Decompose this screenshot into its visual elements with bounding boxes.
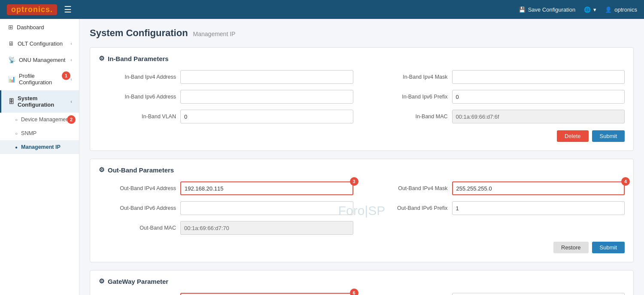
save-config-label: Save Configuration <box>528 6 576 13</box>
in-band-ipv4-address-label: In-Band Ipv4 Address <box>99 74 176 80</box>
out-band-ipv6-prefix-input[interactable] <box>452 201 625 215</box>
out-band-ipv4-mask-input[interactable] <box>452 181 625 195</box>
page-header: System Configuration Management IP <box>90 28 634 39</box>
in-band-ipv4-mask-input[interactable] <box>452 70 625 84</box>
badge-3: 3 <box>350 177 358 186</box>
in-band-button-row: Delete Submit <box>99 130 625 142</box>
in-band-ipv6-address-input[interactable] <box>180 90 353 104</box>
dashboard-icon: ⊞ <box>8 24 13 31</box>
circle-icon: ○ <box>15 131 18 136</box>
language-selector[interactable]: 🌐 ▾ <box>584 6 596 13</box>
sidebar-item-label: ONU Management <box>19 57 65 63</box>
in-band-ipv4-address-input[interactable] <box>180 70 353 84</box>
out-band-ipv6-prefix-row: Out-Band IPv6 Prefix <box>371 201 625 215</box>
page-title: System Configuration <box>90 28 188 39</box>
gateway-title: GateWay Parameter <box>108 278 168 285</box>
out-band-ipv4-mask-label: Out-Band IPv4 Mask <box>371 185 448 191</box>
logo-text: ptronics. <box>16 5 53 14</box>
globe-icon: 🌐 <box>584 6 591 13</box>
ipv6-gateway-row: IPv6 GateWay <box>371 293 625 295</box>
badge-6: 6 <box>350 289 358 295</box>
chevron-right-icon: ‹ <box>70 41 72 46</box>
in-band-ipv6-prefix-input[interactable] <box>452 90 625 104</box>
out-band-ipv6-address-row: Out-Band IPv6 Address <box>99 201 353 215</box>
gateway-icon: ⚙ <box>99 277 104 285</box>
chevron-left-icon: ‹ <box>70 99 72 104</box>
main-content: System Configuration Management IP ⚙ In-… <box>79 19 644 295</box>
sidebar-item-label: System Configuration <box>18 95 67 108</box>
out-band-submit-button[interactable]: Submit <box>592 242 625 253</box>
in-band-icon: ⚙ <box>99 55 104 62</box>
in-band-ipv4-mask-label: In-Band Ipv4 Mask <box>371 74 448 80</box>
out-band-ipv6-address-label: Out-Band IPv6 Address <box>99 205 176 211</box>
sidebar-item-label: Dashboard <box>17 24 44 31</box>
out-band-icon: ⚙ <box>99 166 104 174</box>
user-menu[interactable]: 👤 optronics <box>605 6 637 13</box>
chevron-down-icon: ▾ <box>593 6 596 13</box>
in-band-section: ⚙ In-Band Parameters In-Band Ipv4 Addres… <box>90 47 634 151</box>
ipv4-gateway-input[interactable] <box>180 293 353 295</box>
in-band-ipv6-address-label: In-Band Ipv6 Address <box>99 94 176 100</box>
in-band-delete-button[interactable]: Delete <box>557 130 589 142</box>
sidebar-sub-item-label: Device Management <box>21 117 70 123</box>
in-band-ipv6-address-row: In-Band Ipv6 Address <box>99 90 353 104</box>
out-band-ipv4-address-row: Out-Band IPv4 Address 3 <box>99 181 353 195</box>
chevron-right-icon: ‹ <box>70 77 72 82</box>
circle-icon: ○ <box>15 117 18 122</box>
in-band-title: In-Band Parameters <box>108 55 169 62</box>
in-band-mac-label: In-Band MAC <box>371 114 448 120</box>
sidebar-item-system-configuration[interactable]: 🗄 System Configuration ‹ <box>0 90 79 113</box>
save-configuration-button[interactable]: 💾 Save Configuration <box>519 6 576 13</box>
in-band-section-header: ⚙ In-Band Parameters <box>99 55 625 62</box>
out-band-mac-row: Out-Band MAC <box>99 221 353 235</box>
in-band-ipv6-prefix-label: In-Band Ipv6 Prefix <box>371 94 448 100</box>
ipv6-gateway-input[interactable] <box>452 293 625 295</box>
out-band-ipv6-prefix-label: Out-Band IPv6 Prefix <box>371 205 448 211</box>
circle-filled-icon: ● <box>15 145 18 150</box>
in-band-vlan-input[interactable] <box>180 110 353 123</box>
username-label: optronics <box>614 6 637 13</box>
logo-prefix: o <box>11 5 16 14</box>
in-band-ipv4-mask-row: In-Band Ipv4 Mask <box>371 70 625 84</box>
out-band-button-row: Restore Submit <box>99 242 625 253</box>
user-icon: 👤 <box>605 6 612 13</box>
sidebar-sub-item-management-ip[interactable]: ● Management IP <box>0 140 79 154</box>
out-band-section-header: ⚙ Out-Band Parameters <box>99 166 625 174</box>
in-band-ipv6-prefix-row: In-Band Ipv6 Prefix <box>371 90 625 104</box>
out-band-restore-button[interactable]: Restore <box>553 242 589 253</box>
sidebar-item-onu-management[interactable]: 📡 ONU Management ‹ <box>0 52 79 68</box>
out-band-section: Foro|SP ⚙ Out-Band Parameters Out-Band I… <box>90 159 634 262</box>
in-band-vlan-row: In-Band VLAN <box>99 110 353 123</box>
sidebar-sub-item-device-management[interactable]: ○ Device Management 2 <box>0 113 79 126</box>
sidebar-item-profile-configuration[interactable]: 📊 Profile Configuration ‹ 1 <box>0 68 79 90</box>
sidebar-sub-item-label: Management IP <box>21 144 61 150</box>
in-band-mac-row: In-Band MAC <box>371 110 625 123</box>
sidebar: ⊞ Dashboard 🖥 OLT Configuration ‹ 📡 ONU … <box>0 19 79 295</box>
out-band-ipv4-address-label: Out-Band IPv4 Address <box>99 185 176 191</box>
app-logo: optronics. <box>7 4 57 15</box>
out-band-ipv4-address-input[interactable] <box>180 181 353 195</box>
system-icon: 🗄 <box>8 98 14 105</box>
chevron-right-icon: ‹ <box>70 57 72 62</box>
page-subtitle: Management IP <box>193 31 236 37</box>
sidebar-sub-item-snmp[interactable]: ○ SNMP <box>0 126 79 140</box>
out-band-ipv6-address-input[interactable] <box>180 201 353 215</box>
onu-icon: 📡 <box>8 56 15 63</box>
in-band-ipv4-address-row: In-Band Ipv4 Address <box>99 70 353 84</box>
olt-icon: 🖥 <box>8 40 14 47</box>
in-band-submit-button[interactable]: Submit <box>592 130 625 142</box>
badge-2: 2 <box>67 115 76 124</box>
badge-4: 4 <box>621 177 630 186</box>
gateway-section-header: ⚙ GateWay Parameter <box>99 277 625 285</box>
sidebar-item-dashboard[interactable]: ⊞ Dashboard <box>0 19 79 35</box>
sidebar-item-olt-configuration[interactable]: 🖥 OLT Configuration ‹ <box>0 35 79 52</box>
gateway-section: ⚙ GateWay Parameter IPv4 GateWay 6 IPv6 … <box>90 270 634 295</box>
out-band-mac-label: Out-Band MAC <box>99 225 176 231</box>
top-navigation: optronics. ☰ 💾 Save Configuration 🌐 ▾ 👤 … <box>0 0 644 19</box>
save-icon: 💾 <box>519 6 526 13</box>
hamburger-icon[interactable]: ☰ <box>64 4 72 15</box>
out-band-mac-input <box>180 221 353 235</box>
sidebar-item-label: Profile Configuration <box>19 73 67 86</box>
sidebar-item-label: OLT Configuration <box>18 40 63 47</box>
sidebar-sub-item-label: SNMP <box>21 130 36 136</box>
